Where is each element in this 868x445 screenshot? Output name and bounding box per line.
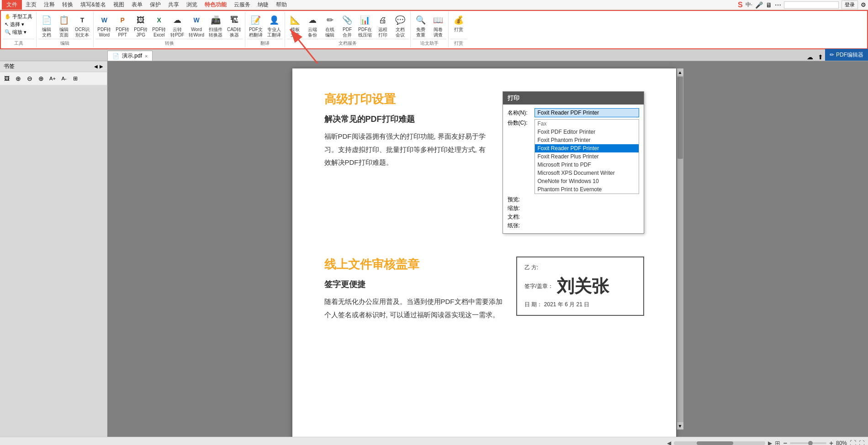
- edit-page-btn[interactable]: 📋 编辑页面: [56, 13, 72, 39]
- mic-icon[interactable]: 🎤: [755, 1, 763, 9]
- edit-doc-btn[interactable]: 📄 编辑文档: [38, 13, 55, 39]
- print-printer-list[interactable]: Fax Foxit PDF Editor Printer Foxit Phant…: [535, 119, 639, 194]
- menu-cloud[interactable]: 云服务: [230, 0, 254, 10]
- cloud-sync-icon[interactable]: ☁: [804, 53, 816, 61]
- print-name-value[interactable]: Foxit Reader PDF Printer: [535, 108, 639, 117]
- select-tool-btn[interactable]: ↖ 选择 ▾: [3, 21, 34, 28]
- zoom-tool-btn[interactable]: 🔍 缩放 ▾: [3, 28, 34, 36]
- printer-item-phantom[interactable]: Foxit Phantom Printer: [535, 136, 639, 144]
- zoom-plus-btn[interactable]: +: [829, 439, 833, 445]
- doc-meeting-btn[interactable]: 💬 文档会议: [392, 13, 408, 39]
- zoom-minus-btn[interactable]: −: [783, 439, 787, 445]
- scan-icon: 📠: [209, 14, 222, 26]
- scroll-thumb[interactable]: [677, 77, 683, 159]
- sig-date-label: 日 期：: [524, 301, 542, 309]
- menu-annotate[interactable]: 注释: [40, 0, 58, 10]
- remote-print-btn[interactable]: 🖨 远程打印: [375, 13, 391, 39]
- pdf-to-word-btn[interactable]: W PDF转Word: [95, 13, 113, 39]
- sidebar-tool-remove[interactable]: ⊖: [25, 73, 35, 84]
- printer-item-reader-plus[interactable]: Foxit Reader Plus Printer: [535, 152, 639, 161]
- zoom-slider[interactable]: [790, 442, 826, 444]
- scroll-left-btn[interactable]: ◀: [667, 440, 671, 445]
- survey-btn[interactable]: 📖 阅卷调查: [430, 13, 446, 39]
- pdf-to-jpg-btn[interactable]: 🖼 PDF转JPG: [132, 13, 149, 39]
- ocr-btn[interactable]: T OCR识别文本: [73, 13, 91, 39]
- pdf-ppt-icon: P: [116, 14, 129, 26]
- menu-form[interactable]: 表单: [128, 0, 146, 10]
- menu-fill-sign[interactable]: 填写&签名: [77, 0, 110, 10]
- scan-convert-btn[interactable]: 📠 扫描件转换器: [207, 13, 224, 39]
- page-scroll-area[interactable]: 高级打印设置 解决常见的PDF打印难题 福昕PDF阅读器拥有强大的打印功能, 界…: [107, 61, 868, 437]
- cad-convert-btn[interactable]: 🏗 CAD转换器: [225, 13, 243, 39]
- printer-item-fax[interactable]: Fax: [535, 120, 639, 128]
- scroll-up-btn[interactable]: ▲: [677, 68, 683, 76]
- menu-view[interactable]: 视图: [110, 0, 128, 10]
- sidebar-tool-font-down[interactable]: A-: [59, 73, 69, 84]
- section2-subtitle: 签字更便捷: [324, 279, 503, 290]
- menu-browse[interactable]: 浏览: [183, 0, 201, 10]
- pro-translate-btn[interactable]: 👤 专业人工翻译: [265, 13, 283, 39]
- pdf-editor-btn[interactable]: ✏ PDF编辑器: [825, 49, 868, 61]
- hand-tool-btn[interactable]: ✋ 手型工具: [3, 13, 34, 21]
- screen-icon[interactable]: 🖥: [766, 1, 772, 9]
- pdf-editor-label: PDF编辑器: [836, 51, 863, 59]
- printer-item-reader[interactable]: Foxit Reader PDF Printer: [535, 144, 639, 152]
- reward-btn[interactable]: 💰 打赏: [450, 13, 467, 33]
- pdf-merge-btn[interactable]: 📎 PDF合并: [339, 13, 355, 39]
- sidebar-tool-image[interactable]: 🖼: [2, 73, 12, 84]
- main-area: 书签 ◀ ▶ 🖼 ⊕ ⊖ ⊕ A+ A- ⊞ 🔖 📄 ✏ ✍: [0, 61, 868, 437]
- settings-icon[interactable]: ⚙: [861, 1, 866, 8]
- pdf-to-ppt-btn[interactable]: P PDF转PPT: [114, 13, 131, 39]
- menu-special[interactable]: 特色功能: [201, 0, 230, 10]
- sidebar-tool-grid[interactable]: ⊞: [70, 73, 80, 84]
- cloud-arrow-icon[interactable]: ⬆: [816, 53, 825, 61]
- menu-convert[interactable]: 转换: [58, 0, 77, 10]
- more-icon[interactable]: ⋯: [775, 1, 781, 9]
- pdf-translate-btn[interactable]: 📝 PDF文档翻译: [247, 13, 265, 39]
- fullscreen-icon[interactable]: ⛶: [859, 440, 864, 445]
- printer-item-onenote[interactable]: OneNote for Windows 10: [535, 177, 639, 185]
- menu-home[interactable]: 主页: [22, 0, 40, 10]
- scroll-right-btn[interactable]: ▶: [768, 440, 772, 445]
- search-input[interactable]: [784, 1, 839, 9]
- printer-item-xps[interactable]: Microsoft XPS Document Writer: [535, 169, 639, 177]
- ribbon-group-reward: 💰 打赏 打赏: [449, 12, 469, 47]
- doc-tab[interactable]: 📄 演示.pdf ×: [107, 51, 153, 61]
- sidebar-nav-next[interactable]: ▶: [100, 64, 103, 69]
- bottom-bar: ◀ ▶ ⊞ − + 80% ⛶ ⛶: [0, 437, 868, 445]
- pdf-to-excel-btn[interactable]: X PDF转Excel: [150, 13, 168, 39]
- survey-icon: 📖: [432, 14, 445, 26]
- horizontal-scrollbar[interactable]: [674, 441, 765, 445]
- sidebar-tool-add[interactable]: ⊕: [13, 73, 23, 84]
- section1: 高级打印设置 解决常见的PDF打印难题 福昕PDF阅读器拥有强大的打印功能, 界…: [324, 91, 644, 234]
- sidebar-nav-prev[interactable]: ◀: [94, 64, 98, 69]
- printer-item-editor[interactable]: Foxit PDF Editor Printer: [535, 128, 639, 136]
- word-to-word-btn[interactable]: W Word转Word: [187, 13, 206, 39]
- plagiarism-btn[interactable]: 🔍 免费查重: [413, 13, 429, 39]
- section2-text: 线上文件审核盖章 签字更便捷 随着无纸化办公应用普及。当遇到使用PDF文档中需要…: [324, 257, 503, 321]
- sidebar-tool-add2[interactable]: ⊕: [36, 73, 46, 84]
- fullscreen-btn[interactable]: ⛶: [850, 440, 856, 445]
- pdf-compress-btn[interactable]: 📊 PDF在线压缩: [356, 13, 374, 39]
- tab-close-btn[interactable]: ×: [145, 53, 148, 59]
- section1-subtitle: 解决常见的PDF打印难题: [324, 114, 489, 125]
- menu-help[interactable]: 帮助: [272, 0, 291, 10]
- menu-share[interactable]: 共享: [164, 0, 183, 10]
- group-label-edit: 编辑: [38, 39, 91, 47]
- group-label-convert: 转换: [95, 39, 243, 47]
- signature-box: 乙 方: 签字/盖章： 刘关张 日 期： 2021 年 6 月 21 日: [516, 257, 644, 316]
- login-button[interactable]: 登录: [842, 0, 858, 9]
- menu-najie[interactable]: 纳睫: [254, 0, 272, 10]
- scroll-down-btn[interactable]: ▼: [677, 422, 683, 429]
- sidebar-tool-font-up[interactable]: A+: [48, 73, 58, 84]
- page-scrollbar[interactable]: ▲ ▼: [677, 68, 683, 429]
- ribbon-group-translate: 📝 PDF文档翻译 👤 专业人工翻译 翻译: [245, 12, 285, 47]
- cloud-to-pdf-btn[interactable]: ☁ 云转转PDF: [169, 13, 186, 39]
- tab-bar: 📄 演示.pdf × ☁ ⬆ ✏ PDF编辑器: [0, 49, 868, 61]
- printer-item-evernote[interactable]: Phantom Print to Evernote: [535, 185, 639, 194]
- fit-page-btn[interactable]: ⊞: [775, 440, 780, 445]
- menu-protect[interactable]: 保护: [146, 0, 164, 10]
- menu-file[interactable]: 文件: [2, 0, 22, 10]
- zoom-value: 80%: [836, 440, 847, 445]
- printer-item-ms-pdf[interactable]: Microsoft Print to PDF: [535, 161, 639, 169]
